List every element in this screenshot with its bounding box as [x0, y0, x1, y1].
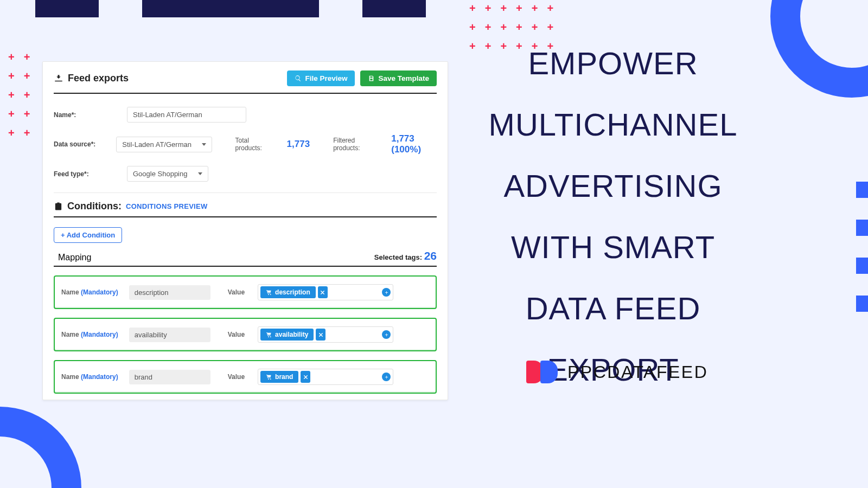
- close-icon: [320, 290, 326, 296]
- deco-bars: [35, 0, 426, 17]
- search-icon: [295, 75, 302, 82]
- panel-title: Feed exports: [54, 73, 129, 84]
- file-preview-button[interactable]: File Preview: [287, 70, 355, 86]
- save-template-label: Save Template: [378, 74, 429, 82]
- data-source-select[interactable]: Stil-Laden AT/German: [116, 137, 212, 152]
- mapping-value-label: Value: [228, 331, 245, 338]
- conditions-header: Conditions: CONDITIONS PREVIEW: [54, 201, 437, 217]
- data-source-label: Data source*:: [54, 140, 103, 148]
- conditions-preview-link[interactable]: CONDITIONS PREVIEW: [126, 202, 208, 210]
- mapping-value-box[interactable]: brand: [258, 369, 393, 385]
- name-input[interactable]: [127, 107, 246, 123]
- marketing-headline: Empower multichannel advertising with sm…: [477, 33, 749, 401]
- plus-icon: [384, 332, 389, 337]
- mapping-value-label: Value: [228, 288, 245, 296]
- export-icon: [54, 74, 63, 84]
- cart-icon: [266, 290, 272, 296]
- filtered-products-value: 1,773 (100%): [391, 133, 437, 155]
- deco-ring: [0, 407, 81, 488]
- save-icon: [368, 75, 375, 82]
- total-products-value: 1,773: [287, 139, 310, 150]
- remove-tag-button[interactable]: [316, 329, 326, 341]
- mapping-name-field[interactable]: description: [129, 285, 210, 300]
- brand-logo-icon: [526, 361, 558, 383]
- clipboard-icon: [54, 202, 63, 211]
- mapping-name-label: Name (Mandatory): [61, 331, 118, 338]
- deco-ring: [770, 0, 868, 98]
- panel-title-text: Feed exports: [68, 73, 129, 84]
- file-preview-label: File Preview: [305, 74, 347, 82]
- conditions-title: Conditions:: [67, 201, 122, 212]
- mapping-row: Name (Mandatory) brand Value brand: [54, 360, 437, 394]
- remove-tag-button[interactable]: [318, 286, 328, 298]
- feed-type-select[interactable]: Google Shopping: [127, 166, 208, 182]
- brand-name: PPCDATAFEED: [567, 362, 708, 382]
- feed-type-label: Feed type*:: [54, 170, 113, 178]
- add-condition-button[interactable]: + Add Condition: [54, 227, 122, 243]
- mapping-tag-pill[interactable]: brand: [260, 371, 298, 383]
- remove-tag-button[interactable]: [301, 371, 310, 383]
- close-icon: [303, 374, 309, 380]
- feed-exports-panel: Feed exports File Preview Save Template …: [42, 61, 448, 400]
- data-source-value: Stil-Laden AT/German: [122, 140, 192, 149]
- cart-icon: [266, 332, 272, 338]
- add-tag-button[interactable]: [382, 288, 391, 297]
- close-icon: [318, 332, 324, 338]
- selected-tags-count: 26: [424, 249, 437, 262]
- mapping-row: Name (Mandatory) description Value descr…: [54, 275, 437, 309]
- plus-icon: [384, 375, 389, 380]
- separator: [54, 192, 437, 193]
- mapping-row: Name (Mandatory) availability Value avai…: [54, 318, 437, 351]
- panel-header: Feed exports File Preview Save Template: [54, 70, 437, 94]
- add-tag-button[interactable]: [382, 373, 391, 381]
- add-tag-button[interactable]: [382, 330, 391, 339]
- mapping-header: Mapping Selected tags: 26: [54, 249, 437, 267]
- filtered-products-label: Filtered products:: [333, 137, 374, 152]
- brand-logo-block: PPCDATAFEED: [526, 361, 708, 383]
- mapping-tag-pill[interactable]: description: [260, 286, 316, 298]
- mapping-value-box[interactable]: description: [258, 284, 393, 300]
- chevron-down-icon: [198, 172, 202, 175]
- deco-plus-grid: +++++ +++++: [8, 52, 30, 138]
- mapping-value-box[interactable]: availability: [258, 326, 393, 343]
- mapping-name-field[interactable]: availability: [129, 328, 210, 342]
- cart-icon: [266, 374, 272, 380]
- feed-type-value: Google Shopping: [133, 170, 187, 178]
- selected-tags-label: Selected tags:: [374, 253, 422, 261]
- total-products-label: Total products:: [235, 137, 270, 152]
- row-feed-type: Feed type*: Google Shopping: [54, 160, 437, 187]
- mapping-name-label: Name (Mandatory): [61, 288, 118, 296]
- row-name: Name*:: [54, 101, 437, 128]
- chevron-down-icon: [202, 143, 206, 146]
- mapping-tag-pill[interactable]: availability: [260, 329, 314, 341]
- mapping-name-field[interactable]: brand: [129, 370, 210, 384]
- plus-icon: [384, 290, 389, 295]
- save-template-button[interactable]: Save Template: [360, 70, 437, 86]
- name-label: Name*:: [54, 111, 113, 119]
- mapping-value-label: Value: [228, 373, 245, 381]
- mapping-name-label: Name (Mandatory): [61, 373, 118, 381]
- mapping-title: Mapping: [58, 253, 91, 262]
- row-data-source: Data source*: Stil-Laden AT/German Total…: [54, 128, 437, 160]
- deco-dashes: [856, 182, 868, 312]
